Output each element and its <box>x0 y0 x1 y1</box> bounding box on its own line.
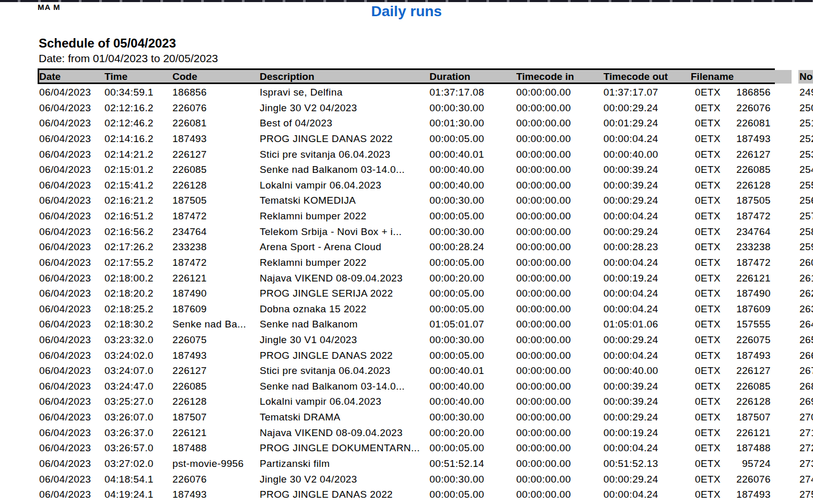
cell-duration: 00:00:30.00 <box>429 226 516 238</box>
cell-duration: 00:00:40.00 <box>429 180 516 191</box>
cell-date: 06/04/2023 <box>39 164 104 175</box>
cell-filename-code: 226076 <box>734 474 771 485</box>
cell-filename-prefix: 0ETX <box>691 180 734 191</box>
cell-filename-prefix: 0ETX <box>691 241 734 253</box>
cell-timecode-out: 01:37:17.07 <box>603 87 691 98</box>
cell-timecode-in: 00:00:00.00 <box>516 334 603 346</box>
cell-code: 226128 <box>172 396 260 407</box>
cell-duration: 00:01:30.00 <box>429 118 516 129</box>
cell-timecode-out: 00:00:29.24 <box>603 474 691 485</box>
cell-filename-code: 187490 <box>734 288 771 299</box>
cell-description: Senke nad Balkanom 03-14.0... <box>260 381 429 392</box>
cell-filename-code: 187488 <box>734 442 771 454</box>
cell-code: 226081 <box>172 118 260 129</box>
cell-filename-prefix: 0ETX <box>691 87 734 98</box>
cell-no: 268 <box>799 381 813 392</box>
cell-duration: 00:00:30.00 <box>429 412 516 423</box>
cell-timecode-out: 00:00:19.24 <box>603 427 691 439</box>
cell-date: 06/04/2023 <box>39 319 104 330</box>
cell-no: 274 <box>799 474 813 485</box>
cell-time: 02:14:21.2 <box>104 149 172 160</box>
cell-date: 06/04/2023 <box>39 257 104 268</box>
cell-date: 06/04/2023 <box>39 118 104 129</box>
cell-filename-prefix: 0ETX <box>691 489 734 500</box>
cell-code: 187609 <box>172 303 260 315</box>
cell-no: 270 <box>799 412 813 423</box>
cell-timecode-in: 00:00:00.00 <box>516 474 603 485</box>
cell-date: 06/04/2023 <box>39 226 104 238</box>
cell-filename-code: 226127 <box>734 149 771 160</box>
cell-date: 06/04/2023 <box>39 149 104 160</box>
cell-time: 04:19:24.1 <box>104 489 172 500</box>
cell-timecode-out: 00:00:04.24 <box>603 489 691 500</box>
cell-timecode-out: 00:00:29.24 <box>603 102 691 114</box>
cell-filename-code: 187493 <box>734 350 771 361</box>
cell-no: 261 <box>799 273 813 284</box>
cell-description: PROG JINGLE DOKUMENTARN... <box>260 442 429 454</box>
table-row: 06/04/2023 03:24:02.0 187493 PROG JINGLE… <box>0 348 813 364</box>
cell-time: 03:26:57.0 <box>104 442 172 454</box>
table-row: 06/04/2023 03:24:47.0 226085 Senke nad B… <box>0 379 813 394</box>
cell-time: 03:26:37.0 <box>104 427 172 439</box>
cell-duration: 00:00:30.00 <box>429 334 516 346</box>
cell-duration: 00:00:30.00 <box>429 474 516 485</box>
cell-duration: 00:00:05.00 <box>429 350 516 361</box>
cell-time: 02:18:00.2 <box>104 273 172 284</box>
cell-filename-prefix: 0ETX <box>691 257 734 268</box>
cell-duration: 00:00:05.00 <box>429 489 516 500</box>
cell-filename-prefix: 0ETX <box>691 458 734 470</box>
cell-description: Reklamni bumper 2022 <box>260 257 429 268</box>
cell-timecode-in: 00:00:00.00 <box>516 164 603 175</box>
cell-filename-prefix: 0ETX <box>691 288 734 299</box>
cell-code: 187505 <box>172 195 260 206</box>
cell-time: 02:17:55.2 <box>104 257 172 268</box>
cell-no: 263 <box>799 303 813 315</box>
cell-timecode-in: 00:00:00.00 <box>516 257 603 268</box>
cell-no: 262 <box>799 288 813 299</box>
cell-duration: 00:00:28.24 <box>429 241 516 253</box>
cell-timecode-in: 00:00:00.00 <box>516 350 603 361</box>
cell-timecode-out: 00:51:52.13 <box>603 458 691 470</box>
cell-no: 272 <box>799 442 813 454</box>
cell-code: 226121 <box>172 427 260 439</box>
table-rows: 06/04/2023 00:34:59.1 186856 Ispravi se,… <box>0 0 813 504</box>
cell-timecode-in: 00:00:00.00 <box>516 133 603 145</box>
cell-timecode-in: 00:00:00.00 <box>516 365 603 377</box>
cell-code: 226075 <box>172 334 260 346</box>
cell-duration: 01:37:17.08 <box>429 87 516 98</box>
cell-filename-prefix: 0ETX <box>691 381 734 392</box>
cell-time: 02:15:01.2 <box>104 164 172 175</box>
cell-filename-code: 186856 <box>734 87 771 98</box>
cell-no: 251 <box>799 118 813 129</box>
cell-date: 06/04/2023 <box>39 427 104 439</box>
cell-date: 06/04/2023 <box>39 102 104 114</box>
cell-no: 256 <box>799 195 813 206</box>
cell-no: 259 <box>799 241 813 253</box>
cell-description: Telekom Srbija - Novi Box + i... <box>260 226 429 238</box>
cell-code: 226121 <box>172 273 260 284</box>
cell-filename-code: 187507 <box>734 412 771 423</box>
cell-filename-code: 187493 <box>734 133 771 145</box>
cell-timecode-out: 00:00:04.24 <box>603 288 691 299</box>
cell-time: 02:15:41.2 <box>104 180 172 191</box>
cell-filename-prefix: 0ETX <box>691 474 734 485</box>
cell-duration: 00:00:40.01 <box>429 365 516 377</box>
cell-filename-prefix: 0ETX <box>691 102 734 114</box>
cell-duration: 00:51:52.14 <box>429 458 516 470</box>
cell-duration: 00:00:05.00 <box>429 133 516 145</box>
cell-time: 02:16:51.2 <box>104 210 172 222</box>
cell-time: 03:23:32.0 <box>104 334 172 346</box>
cell-timecode-out: 00:00:04.24 <box>603 442 691 454</box>
cell-no: 253 <box>799 149 813 160</box>
cell-timecode-out: 00:00:04.24 <box>603 133 691 145</box>
cell-description: Dobna oznaka 15 2022 <box>260 303 429 315</box>
cell-no: 254 <box>799 164 813 175</box>
cell-description: PROG JINGLE SERIJA 2022 <box>260 288 429 299</box>
cell-date: 06/04/2023 <box>39 396 104 407</box>
cell-description: Senke nad Balkanom 03-14.0... <box>260 164 429 175</box>
cell-timecode-out: 00:01:29.24 <box>603 118 691 129</box>
cell-description: Best of 04/2023 <box>260 118 429 129</box>
cell-timecode-out: 00:00:29.24 <box>603 412 691 423</box>
cell-duration: 00:00:05.00 <box>429 257 516 268</box>
cell-filename-prefix: 0ETX <box>691 442 734 454</box>
